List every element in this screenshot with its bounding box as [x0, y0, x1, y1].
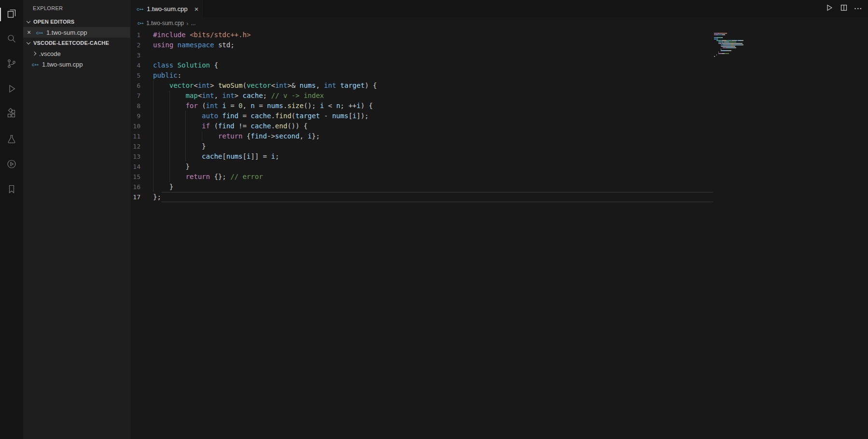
line-number[interactable]: 11: [130, 131, 153, 141]
line-content: };: [153, 192, 161, 202]
code-line[interactable]: 14}: [130, 162, 868, 172]
cpp-file-icon: C++: [36, 28, 43, 36]
code-line[interactable]: 9auto find = cache.find(target - nums[i]…: [130, 111, 868, 121]
minimap-line: [714, 56, 749, 57]
indent-guide: [202, 131, 218, 141]
code-token: if: [202, 122, 210, 130]
tree-item-two-sum-file[interactable]: C++ 1.two-sum.cpp: [23, 59, 130, 69]
line-number[interactable]: 8: [130, 101, 153, 111]
sidebar-item-testing[interactable]: [0, 127, 23, 152]
code-token: [173, 61, 177, 69]
run-button[interactable]: [823, 2, 836, 15]
indent-guide: [185, 111, 202, 121]
split-editor-button[interactable]: [837, 2, 851, 15]
code-token: i: [352, 112, 356, 120]
open-editor-item[interactable]: × C++ 1.two-sum.cpp: [23, 27, 130, 38]
indent-guide: [169, 141, 186, 151]
line-number[interactable]: 14: [130, 162, 153, 172]
sidebar-item-source-control[interactable]: [0, 52, 23, 77]
more-actions-button[interactable]: ···: [852, 2, 865, 15]
code-line[interactable]: 10if (find != cache.end()) {: [130, 121, 868, 131]
indent-guide: [153, 151, 169, 162]
line-number[interactable]: 13: [130, 151, 153, 162]
code-line[interactable]: 1#include <bits/stdc++.h>: [130, 30, 868, 40]
indent-guide: [153, 101, 169, 111]
code-token: nums: [300, 82, 316, 89]
code-token: -: [320, 112, 332, 120]
code-token: using: [153, 41, 173, 49]
indent-guide: [185, 141, 202, 151]
code-line[interactable]: 8for (int i = 0, n = nums.size(); i < n;…: [130, 101, 868, 111]
tab-two-sum[interactable]: C++ 1.two-sum.cpp ×: [130, 0, 204, 17]
line-content: for (int i = 0, n = nums.size(); i < n; …: [153, 101, 373, 111]
play-icon: [826, 4, 833, 14]
line-number[interactable]: 3: [130, 50, 153, 60]
sidebar-item-bookmarks[interactable]: [0, 178, 23, 203]
code-line[interactable]: 3: [130, 50, 868, 60]
line-content: }: [153, 162, 190, 172]
line-number[interactable]: 6: [130, 81, 153, 91]
code-line[interactable]: 5public:: [130, 70, 868, 81]
sidebar-item-extensions[interactable]: [0, 102, 23, 127]
line-number[interactable]: 10: [130, 121, 153, 131]
close-icon[interactable]: ×: [195, 5, 199, 13]
section-header-open-editors[interactable]: OPEN EDITORS: [23, 16, 130, 27]
line-number[interactable]: 2: [130, 40, 153, 50]
code-line[interactable]: 7map<int, int> cache; // v -> index: [130, 91, 868, 101]
line-content: map<int, int> cache; // v -> index: [153, 91, 324, 101]
line-number[interactable]: 15: [130, 172, 153, 182]
sidebar-item-run-debug[interactable]: [0, 77, 23, 102]
code-line[interactable]: 12}: [130, 141, 868, 151]
file-name: 1.two-sum.cpp: [42, 61, 83, 68]
line-number[interactable]: 5: [130, 70, 153, 81]
code-token: nums: [226, 152, 243, 160]
code-line[interactable]: 11return {find->second, i};: [130, 131, 868, 141]
line-content: cache[nums[i]] = i;: [153, 151, 279, 162]
line-number[interactable]: 12: [130, 141, 153, 151]
editor-actions: ···: [823, 0, 868, 17]
indent-guide: [153, 91, 169, 101]
sidebar-item-run-profile[interactable]: [0, 152, 23, 178]
code-line[interactable]: 4class Solution {: [130, 60, 868, 70]
breadcrumb-file[interactable]: C++ 1.two-sum.cpp: [137, 20, 184, 27]
line-number[interactable]: 7: [130, 91, 153, 101]
svg-text:C++: C++: [138, 22, 144, 25]
code-token: second: [275, 132, 300, 140]
code-line[interactable]: 15return {}; // error: [130, 172, 868, 182]
code-token: cache: [202, 152, 222, 160]
bookmark-icon: [6, 183, 17, 197]
tree-item-vscode-folder[interactable]: .vscode: [23, 48, 130, 59]
indent-guide: [153, 111, 169, 121]
line-number[interactable]: 16: [130, 182, 153, 192]
code-line[interactable]: 16}: [130, 182, 868, 192]
chevron-right-icon: ›: [186, 20, 188, 27]
code-token: <bits/stdc++.h>: [190, 31, 251, 39]
code-line[interactable]: 6vector<int> twoSum(vector<int>& nums, i…: [130, 81, 868, 91]
code-line[interactable]: 17};: [130, 192, 868, 202]
code-token: ; ++: [340, 102, 357, 110]
play-circle-icon: [6, 158, 17, 172]
sidebar-item-explorer[interactable]: [0, 2, 23, 27]
line-number[interactable]: 1: [130, 30, 153, 40]
code-token: >&: [287, 82, 299, 89]
line-number[interactable]: 9: [130, 111, 153, 121]
line-number[interactable]: 4: [130, 60, 153, 70]
close-icon[interactable]: ×: [27, 29, 36, 36]
line-content: return {}; // error: [153, 172, 263, 182]
run-debug-icon: [6, 83, 17, 96]
editor-group: C++ 1.two-sum.cpp × ···: [130, 0, 868, 439]
breadcrumb-symbol[interactable]: ...: [191, 20, 196, 27]
chevron-down-icon: [27, 19, 30, 23]
minimap[interactable]: [714, 33, 749, 57]
line-content: if (find != cache.end()) {: [153, 121, 308, 131]
code-token: ,: [299, 132, 308, 140]
line-number[interactable]: 17: [130, 192, 153, 202]
indent-guide: [169, 151, 186, 162]
section-header-workspace[interactable]: VSCODE-LEETCODE-CACHE: [23, 38, 130, 48]
code-line[interactable]: 13cache[nums[i]] = i;: [130, 151, 868, 162]
code-line[interactable]: 2using namespace std;: [130, 40, 868, 50]
sidebar-item-search[interactable]: [0, 27, 23, 52]
chevron-right-icon: [32, 52, 36, 55]
code-editor[interactable]: 1#include <bits/stdc++.h>2using namespac…: [130, 29, 868, 439]
code-token: ]);: [357, 112, 369, 120]
